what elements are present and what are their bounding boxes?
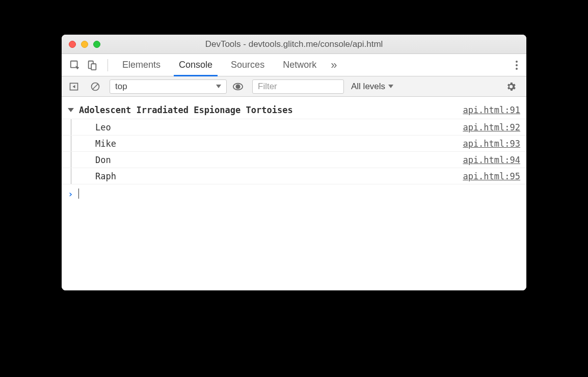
fullscreen-window-button[interactable]	[93, 41, 100, 48]
group-title: Adolescent Irradiated Espionage Tortoise…	[79, 105, 293, 115]
chevron-down-icon	[216, 85, 221, 88]
close-window-button[interactable]	[69, 41, 76, 48]
source-link[interactable]: api.html:95	[463, 171, 520, 181]
svg-point-9	[235, 84, 240, 89]
log-text: Mike	[95, 139, 116, 149]
traffic-lights	[69, 41, 100, 48]
tab-elements[interactable]: Elements	[113, 54, 170, 76]
console-settings-icon[interactable]	[504, 79, 518, 94]
inspect-element-icon[interactable]	[68, 58, 82, 72]
disclosure-triangle-icon[interactable]	[68, 108, 74, 112]
log-entry: Raph api.html:95	[62, 168, 526, 184]
main-toolbar: Elements Console Sources Network »	[62, 54, 526, 76]
svg-point-3	[516, 61, 518, 63]
devtools-window: DevTools - devtools.glitch.me/console/ap…	[62, 35, 526, 290]
source-link[interactable]: api.html:91	[463, 105, 520, 115]
tabs-overflow-button[interactable]: »	[326, 59, 342, 72]
log-text: Don	[95, 155, 111, 165]
group-indent	[71, 168, 81, 184]
console-input[interactable]: ›	[62, 184, 526, 203]
svg-point-5	[516, 68, 518, 70]
group-indent	[71, 136, 81, 151]
device-toolbar-icon[interactable]	[85, 58, 99, 72]
group-indent	[71, 152, 81, 168]
execution-context-select[interactable]: top	[110, 79, 227, 94]
panel-tabs: Elements Console Sources Network »	[113, 54, 342, 76]
svg-point-4	[516, 64, 518, 66]
titlebar: DevTools - devtools.glitch.me/console/ap…	[62, 35, 526, 54]
divider	[108, 59, 108, 71]
context-label: top	[115, 82, 127, 92]
tab-console[interactable]: Console	[170, 54, 222, 76]
live-expression-icon[interactable]	[231, 79, 245, 94]
console-toolbar: top All levels	[62, 76, 526, 97]
log-text: Raph	[95, 171, 116, 181]
settings-menu-button[interactable]	[513, 60, 520, 71]
toggle-drawer-icon[interactable]	[67, 79, 81, 94]
svg-line-8	[93, 84, 98, 89]
source-link[interactable]: api.html:93	[463, 139, 520, 149]
svg-rect-2	[91, 64, 96, 70]
source-link[interactable]: api.html:92	[463, 122, 520, 132]
log-entry: Don api.html:94	[62, 152, 526, 168]
prompt-chevron-icon: ›	[68, 188, 73, 199]
chevron-down-icon	[388, 85, 393, 88]
clear-console-icon[interactable]	[88, 79, 102, 94]
tab-sources[interactable]: Sources	[222, 54, 274, 76]
log-group-header[interactable]: Adolescent Irradiated Espionage Tortoise…	[62, 101, 526, 119]
console-output: Adolescent Irradiated Espionage Tortoise…	[62, 97, 526, 290]
log-entry: Leo api.html:92	[62, 119, 526, 136]
group-indent	[71, 119, 81, 135]
text-cursor	[78, 188, 79, 199]
log-entry: Mike api.html:93	[62, 136, 526, 152]
window-title: DevTools - devtools.glitch.me/console/ap…	[62, 39, 526, 49]
levels-label: All levels	[351, 82, 385, 92]
tab-network[interactable]: Network	[274, 54, 326, 76]
minimize-window-button[interactable]	[81, 41, 88, 48]
log-levels-select[interactable]: All levels	[348, 82, 396, 92]
log-text: Leo	[95, 122, 111, 132]
source-link[interactable]: api.html:94	[463, 155, 520, 165]
filter-input[interactable]	[252, 79, 344, 94]
